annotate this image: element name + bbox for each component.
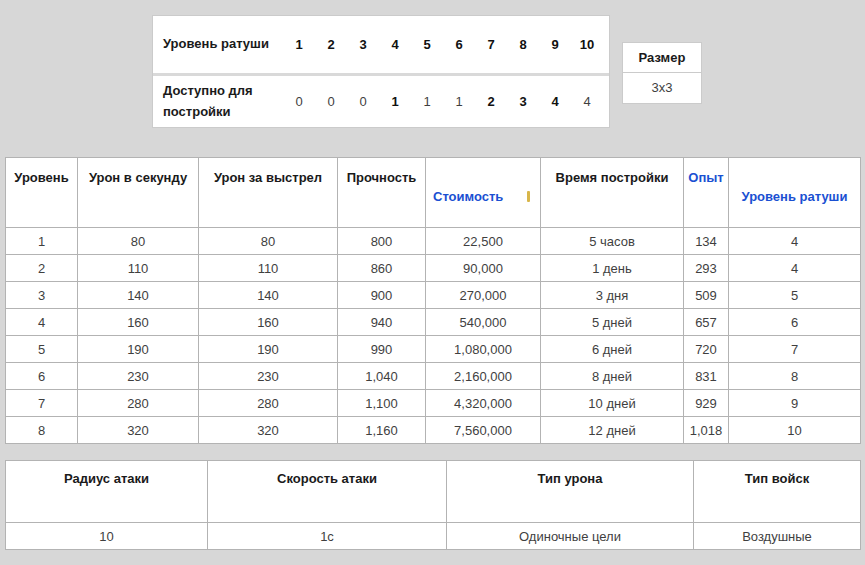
stats-cell-damage-per-shot: 320 — [199, 417, 338, 444]
col-header-attack-radius: Радиус атаки — [6, 461, 208, 523]
available-count-value-3: 0 — [347, 94, 379, 109]
size-value: 3x3 — [623, 73, 701, 103]
stats-cell-level: 6 — [6, 363, 78, 390]
stats-cell-build-time: 12 дней — [541, 417, 684, 444]
townhall-level-value-3: 3 — [347, 37, 379, 52]
townhall-availability-table: Уровень ратуши 12345678910 Доступно для … — [152, 15, 610, 128]
available-count-value-5: 1 — [411, 94, 443, 109]
attack-properties-table: Радиус атаки Скорость атаки Тип урона Ти… — [5, 460, 861, 550]
stats-cell-dps: 280 — [78, 390, 199, 417]
stats-row-6: 62302301,0402,160,0008 дней8318 — [6, 363, 861, 390]
experience-link[interactable]: Опыт — [688, 170, 723, 185]
townhall-level-value-1: 1 — [283, 37, 315, 52]
stats-cell-hitpoints: 900 — [338, 282, 426, 309]
stats-cell-damage-per-shot: 280 — [199, 390, 338, 417]
stats-cell-experience: 293 — [684, 255, 729, 282]
townhall-level-value-10: 10 — [571, 37, 603, 52]
stats-cell-experience: 929 — [684, 390, 729, 417]
col-header-level: Уровень — [6, 158, 78, 228]
stats-cell-hitpoints: 860 — [338, 255, 426, 282]
townhall-level-value-2: 2 — [315, 37, 347, 52]
townhall-level-values: 12345678910 — [283, 37, 609, 52]
available-count-value-6: 1 — [443, 94, 475, 109]
stats-cell-hitpoints: 1,040 — [338, 363, 426, 390]
stats-cell-dps: 320 — [78, 417, 199, 444]
stats-cell-experience: 720 — [684, 336, 729, 363]
available-count-value-9: 4 — [539, 94, 571, 109]
stats-cell-experience: 1,018 — [684, 417, 729, 444]
townhall-level-value-9: 9 — [539, 37, 571, 52]
col-header-cost: Стоимость — [426, 158, 541, 228]
townhall-level-value-4: 4 — [379, 37, 411, 52]
stats-cell-cost: 4,320,000 — [426, 390, 541, 417]
stats-cell-damage-per-shot: 160 — [199, 309, 338, 336]
stats-cell-dps: 80 — [78, 228, 199, 255]
stats-table: Уровень Урон в секунду Урон за выстрел П… — [5, 157, 861, 444]
stats-cell-damage-per-shot: 80 — [199, 228, 338, 255]
stats-cell-hitpoints: 1,100 — [338, 390, 426, 417]
townhall-level-link[interactable]: Уровень ратуши — [742, 189, 848, 204]
stats-cell-damage-per-shot: 110 — [199, 255, 338, 282]
stats-cell-townhall-level: 9 — [729, 390, 861, 417]
stats-cell-cost: 90,000 — [426, 255, 541, 282]
stats-cell-cost: 1,080,000 — [426, 336, 541, 363]
stats-cell-build-time: 5 часов — [541, 228, 684, 255]
available-count-values: 0001112344 — [283, 94, 609, 109]
stats-cell-level: 3 — [6, 282, 78, 309]
available-count-value-7: 2 — [475, 94, 507, 109]
stats-header-row: Уровень Урон в секунду Урон за выстрел П… — [6, 158, 861, 228]
gold-icon — [527, 191, 530, 202]
stats-cell-cost: 7,560,000 — [426, 417, 541, 444]
stats-row-4: 4160160940540,0005 дней6576 — [6, 309, 861, 336]
townhall-level-label: Уровень ратуши — [153, 34, 283, 54]
stats-cell-damage-per-shot: 190 — [199, 336, 338, 363]
available-count-value-4: 1 — [379, 94, 411, 109]
attack-radius-value: 10 — [6, 523, 208, 550]
stats-cell-hitpoints: 940 — [338, 309, 426, 336]
col-header-dps: Урон в секунду — [78, 158, 199, 228]
stats-cell-hitpoints: 990 — [338, 336, 426, 363]
stats-cell-damage-per-shot: 230 — [199, 363, 338, 390]
stats-row-2: 211011086090,0001 день2934 — [6, 255, 861, 282]
cost-link[interactable]: Стоимость — [433, 189, 503, 204]
stats-cell-cost: 540,000 — [426, 309, 541, 336]
col-header-hitpoints: Прочность — [338, 158, 426, 228]
stats-cell-townhall-level: 7 — [729, 336, 861, 363]
col-header-damage-per-shot: Урон за выстрел — [199, 158, 338, 228]
stats-cell-townhall-level: 8 — [729, 363, 861, 390]
stats-cell-build-time: 3 дня — [541, 282, 684, 309]
available-count-value-1: 0 — [283, 94, 315, 109]
stats-cell-hitpoints: 1,160 — [338, 417, 426, 444]
size-box: Размер 3x3 — [622, 42, 702, 104]
stats-cell-dps: 160 — [78, 309, 199, 336]
col-header-attack-speed: Скорость атаки — [208, 461, 447, 523]
col-header-experience: Опыт — [684, 158, 729, 228]
stats-cell-build-time: 10 дней — [541, 390, 684, 417]
size-header: Размер — [623, 43, 701, 73]
stats-cell-build-time: 5 дней — [541, 309, 684, 336]
stats-cell-damage-per-shot: 140 — [199, 282, 338, 309]
stats-cell-dps: 190 — [78, 336, 199, 363]
townhall-level-row: Уровень ратуши 12345678910 — [153, 16, 609, 73]
stats-cell-level: 4 — [6, 309, 78, 336]
stats-cell-level: 7 — [6, 390, 78, 417]
col-header-troop-type: Тип войск — [694, 461, 861, 523]
available-count-value-2: 0 — [315, 94, 347, 109]
stats-cell-dps: 140 — [78, 282, 199, 309]
stats-cell-cost: 270,000 — [426, 282, 541, 309]
stats-row-5: 51901909901,080,0006 дней7207 — [6, 336, 861, 363]
stats-row-8: 83203201,1607,560,00012 дней1,01810 — [6, 417, 861, 444]
col-header-townhall-level: Уровень ратуши — [729, 158, 861, 228]
stats-cell-experience: 509 — [684, 282, 729, 309]
stats-cell-dps: 230 — [78, 363, 199, 390]
stats-cell-cost: 2,160,000 — [426, 363, 541, 390]
damage-type-value: Одиночные цели — [447, 523, 694, 550]
townhall-level-value-7: 7 — [475, 37, 507, 52]
attack-values-row: 10 1с Одиночные цели Воздушные — [6, 523, 861, 550]
stats-cell-cost: 22,500 — [426, 228, 541, 255]
stats-cell-build-time: 1 день — [541, 255, 684, 282]
available-count-value-8: 3 — [507, 94, 539, 109]
attack-speed-value: 1с — [208, 523, 447, 550]
stats-cell-experience: 831 — [684, 363, 729, 390]
stats-cell-level: 8 — [6, 417, 78, 444]
